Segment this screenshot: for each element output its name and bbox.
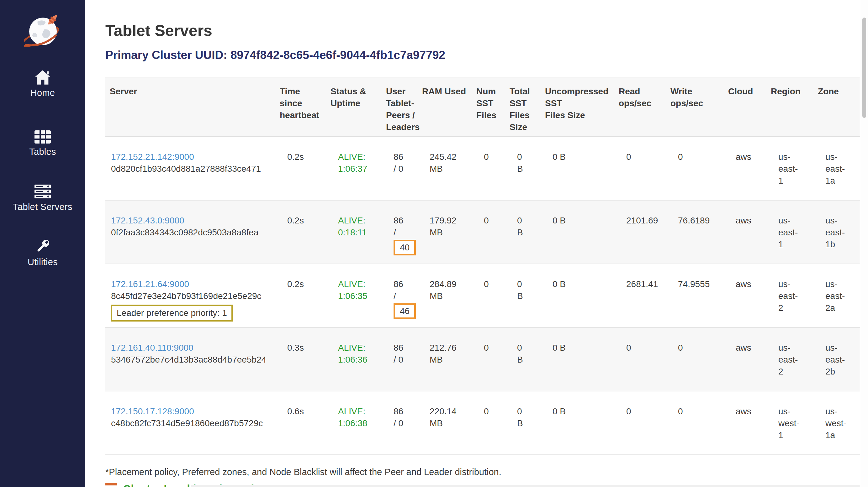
cell-cloud: aws bbox=[724, 391, 766, 455]
sidebar-item-tablet-servers[interactable]: Tablet Servers bbox=[0, 184, 85, 212]
cell-num-sst-files: 0 bbox=[472, 391, 505, 455]
sidebar-item-label: Tables bbox=[0, 147, 85, 157]
cell-total-sst-files-size: 0 B bbox=[505, 264, 540, 327]
cell-total-sst-files-size: 0 B bbox=[505, 200, 540, 264]
cell-read-ops-sec: 0 bbox=[614, 391, 666, 455]
cell-uncompressed-sst-files-size: 0 B bbox=[540, 264, 614, 327]
column-header-zone: Zone bbox=[813, 77, 860, 137]
server-address-link[interactable]: 172.161.40.110:9000 bbox=[111, 343, 193, 353]
cell-server: 172.152.43.0:90000f2faa3c834343c0982dc95… bbox=[105, 200, 275, 264]
cell-user-tablet-peers-leaders: 86 / 0 bbox=[382, 391, 418, 455]
column-header-num-sst-files: Num SST Files bbox=[472, 77, 505, 137]
cell-ram-used: 212.76 MB bbox=[418, 327, 472, 391]
cell-time-since-heartbeat: 0.2s bbox=[275, 264, 326, 327]
peers-leaders-value: 86 / 0 bbox=[394, 405, 416, 429]
server-address-link[interactable]: 172.152.43.0:9000 bbox=[111, 216, 184, 225]
yugabyte-logo bbox=[24, 12, 61, 50]
cell-cloud: aws bbox=[724, 264, 766, 327]
load-balance-icon bbox=[105, 483, 118, 487]
column-header-write-ops-sec: Write ops/sec bbox=[666, 77, 724, 137]
tserver-row: 172.161.40.110:900053467572be7c4d13b3ac8… bbox=[105, 327, 860, 391]
scrollbar-thumb[interactable] bbox=[862, 18, 866, 118]
server-uuid: 8c45fd27e3e24b7b93f169de21e5e29c bbox=[111, 290, 274, 302]
column-header-time-since-heartbeat: Time since heartbeat bbox=[275, 77, 326, 137]
cell-total-sst-files-size: 0 B bbox=[505, 327, 540, 391]
tserver-row: 172.150.17.128:9000c48bc82fc7314d5e91860… bbox=[105, 391, 860, 455]
cell-server: 172.161.21.64:90008c45fd27e3e24b7b93f169… bbox=[105, 264, 275, 327]
server-uuid: c48bc82fc7314d5e91860eed87b5729c bbox=[111, 417, 274, 429]
home-icon bbox=[34, 70, 51, 85]
tserver-row: 172.152.43.0:90000f2faa3c834343c0982dc95… bbox=[105, 200, 860, 264]
cell-uncompressed-sst-files-size: 0 B bbox=[540, 137, 614, 200]
cell-time-since-heartbeat: 0.2s bbox=[275, 200, 326, 264]
cell-server: 172.150.17.128:9000c48bc82fc7314d5e91860… bbox=[105, 391, 275, 455]
cell-num-sst-files: 0 bbox=[472, 264, 505, 327]
cell-write-ops-sec: 0 bbox=[666, 327, 724, 391]
cell-status-uptime: ALIVE: 1:06:37 bbox=[326, 137, 382, 200]
sidebar-item-home[interactable]: Home bbox=[0, 70, 85, 98]
leaders-count-highlight: 46 bbox=[394, 303, 416, 319]
column-header-status-uptime: Status & Uptime bbox=[326, 77, 382, 137]
tablet-servers-table: ServerTime since heartbeatStatus & Uptim… bbox=[105, 77, 860, 455]
sidebar: Home Tables bbox=[0, 0, 85, 487]
column-header-region: Region bbox=[766, 77, 813, 137]
cell-read-ops-sec: 0 bbox=[614, 327, 666, 391]
placement-policy-footnote: *Placement policy, Preferred zones, and … bbox=[105, 466, 860, 478]
cell-write-ops-sec: 0 bbox=[666, 137, 724, 200]
cell-num-sst-files: 0 bbox=[472, 200, 505, 264]
tables-grid-icon bbox=[34, 130, 52, 144]
app-window: Home Tables bbox=[0, 0, 868, 487]
wrench-icon bbox=[34, 238, 51, 255]
cell-read-ops-sec: 0 bbox=[614, 137, 666, 200]
column-header-cloud: Cloud bbox=[724, 77, 766, 137]
cell-user-tablet-peers-leaders: 86 /40 bbox=[382, 200, 418, 264]
cell-region: us- east- 2 bbox=[766, 264, 813, 327]
cell-status-uptime: ALIVE: 1:06:38 bbox=[326, 391, 382, 455]
sidebar-item-utilities[interactable]: Utilities bbox=[0, 238, 85, 267]
cell-cloud: aws bbox=[724, 137, 766, 200]
primary-cluster-uuid: Primary Cluster UUID: 8974f842-8c65-4e6f… bbox=[105, 48, 860, 62]
column-header-server: Server bbox=[105, 77, 275, 137]
cell-zone: us- east- 2b bbox=[813, 327, 860, 391]
leader-preference-badge: Leader preference priority: 1 bbox=[111, 304, 233, 322]
planet-rocket-logo-icon bbox=[24, 12, 61, 49]
cell-region: us- west- 1 bbox=[766, 391, 813, 455]
cell-time-since-heartbeat: 0.3s bbox=[275, 327, 326, 391]
peers-leaders-value: 86 / 0 bbox=[394, 151, 416, 175]
column-header-ram-used: RAM Used bbox=[418, 77, 472, 137]
table-body: 172.152.21.142:90000d820cf1b93c40d881a27… bbox=[105, 137, 860, 455]
cell-cloud: aws bbox=[724, 200, 766, 264]
server-address-link[interactable]: 172.161.21.64:9000 bbox=[111, 279, 189, 289]
cell-server: 172.152.21.142:90000d820cf1b93c40d881a27… bbox=[105, 137, 275, 200]
cell-user-tablet-peers-leaders: 86 /46 bbox=[382, 264, 418, 327]
peers-leaders-value: 86 / bbox=[394, 215, 416, 238]
server-stack-icon bbox=[34, 184, 52, 199]
cell-status-uptime: ALIVE: 1:06:35 bbox=[326, 264, 382, 327]
cell-ram-used: 284.89 MB bbox=[418, 264, 472, 327]
sidebar-item-label: Tablet Servers bbox=[0, 202, 85, 212]
cell-read-ops-sec: 2101.69 bbox=[614, 200, 666, 264]
server-uuid: 0f2faa3c834343c0982dc9503a8a8fea bbox=[111, 227, 274, 238]
cell-cloud: aws bbox=[724, 327, 766, 391]
cell-zone: us- east- 1a bbox=[813, 137, 860, 200]
cell-time-since-heartbeat: 0.6s bbox=[275, 391, 326, 455]
peers-leaders-value: 86 / bbox=[394, 278, 416, 302]
column-header-user-tablet-peers-leaders: User Tablet- Peers / Leaders bbox=[382, 77, 418, 137]
cell-uncompressed-sst-files-size: 0 B bbox=[540, 200, 614, 264]
sidebar-item-label: Utilities bbox=[0, 257, 85, 267]
cell-num-sst-files: 0 bbox=[472, 327, 505, 391]
cell-num-sst-files: 0 bbox=[472, 137, 505, 200]
cell-uncompressed-sst-files-size: 0 B bbox=[540, 391, 614, 455]
column-header-uncompressed-sst-files-size: Uncompressed SST Files Size bbox=[540, 77, 614, 137]
server-address-link[interactable]: 172.150.17.128:9000 bbox=[111, 407, 194, 416]
vertical-scrollbar[interactable] bbox=[860, 0, 868, 487]
server-address-link[interactable]: 172.152.21.142:9000 bbox=[111, 152, 194, 162]
cell-uncompressed-sst-files-size: 0 B bbox=[540, 327, 614, 391]
table-header: ServerTime since heartbeatStatus & Uptim… bbox=[105, 77, 860, 137]
cell-ram-used: 220.14 MB bbox=[418, 391, 472, 455]
cell-region: us- east- 2 bbox=[766, 327, 813, 391]
cell-status-uptime: ALIVE: 0:18:11 bbox=[326, 200, 382, 264]
tserver-row: 172.152.21.142:90000d820cf1b93c40d881a27… bbox=[105, 137, 860, 200]
sidebar-item-tables[interactable]: Tables bbox=[0, 130, 85, 157]
cell-server: 172.161.40.110:900053467572be7c4d13b3ac8… bbox=[105, 327, 275, 391]
